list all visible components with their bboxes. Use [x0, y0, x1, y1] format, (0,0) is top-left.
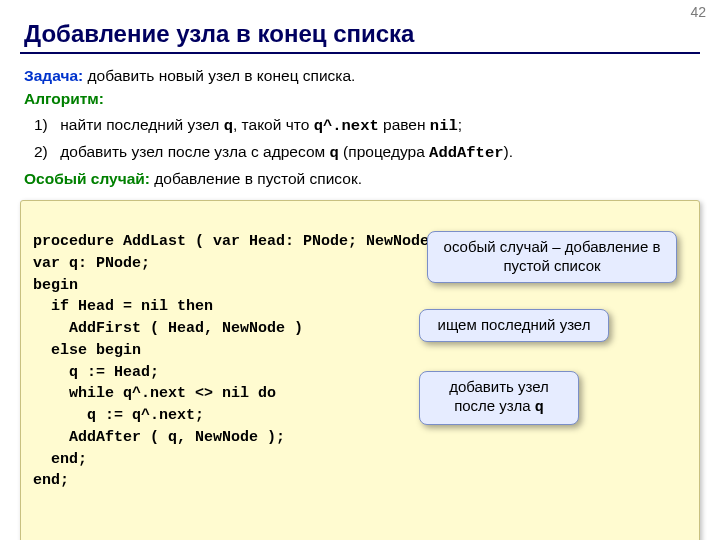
code-l09: q := q^.next; [33, 407, 204, 424]
special-text: добавление в пустой список. [150, 170, 362, 187]
code-l12: end; [33, 472, 69, 489]
step2-q: q [330, 144, 339, 162]
step1-nil: nil [430, 117, 458, 135]
task-label: Задача: [24, 67, 83, 84]
task-text: добавить новый узел в конец списка. [83, 67, 355, 84]
algo-label: Алгоритм: [24, 87, 696, 110]
step1-a: найти последний узел [60, 116, 223, 133]
code-l04: if Head = nil then [33, 298, 213, 315]
page-title: Добавление узла в конец списка [24, 20, 720, 48]
step-1: 1) найти последний узел q, такой что q^.… [34, 113, 696, 138]
step-2: 2) добавить узел после узла с адресом q … [34, 140, 696, 165]
callout-c3q: q [535, 399, 544, 416]
step1-q: q [224, 117, 233, 135]
step2-a: добавить узел после узла с адресом [60, 143, 329, 160]
title-rule [20, 52, 700, 54]
page-number: 42 [690, 4, 706, 20]
code-l08: while q^.next <> nil do [33, 385, 276, 402]
special-label: Особый случай: [24, 170, 150, 187]
step1-d: ; [458, 116, 462, 133]
content-body: Задача: добавить новый узел в конец спис… [0, 64, 720, 190]
code-l05: AddFirst ( Head, NewNode ) [33, 320, 303, 337]
special-line: Особый случай: добавление в пустой списо… [24, 167, 696, 190]
step1-b: , такой что [233, 116, 314, 133]
step1-num: 1) [34, 113, 56, 136]
callout-find-last: ищем последний узел [419, 309, 609, 342]
code-l11: end; [33, 451, 87, 468]
step1-expr: q^.next [314, 117, 379, 135]
callout-add-after: добавить узел после узла q [419, 371, 579, 425]
step2-c: ). [504, 143, 513, 160]
code-l03: begin [33, 277, 78, 294]
callout-special-case: особый случай – добавление в пустой спис… [427, 231, 677, 283]
code-l02: var q: PNode; [33, 255, 150, 272]
code-l06: else begin [33, 342, 141, 359]
code-l07: q := Head; [33, 364, 159, 381]
step2-b: (процедура [339, 143, 429, 160]
task-line: Задача: добавить новый узел в конец спис… [24, 64, 696, 87]
step2-proc: AddAfter [429, 144, 503, 162]
step1-c: равен [379, 116, 430, 133]
code-block: procedure AddLast ( var Head: PNode; New… [20, 200, 700, 540]
step2-num: 2) [34, 140, 56, 163]
code-l10: AddAfter ( q, NewNode ); [33, 429, 285, 446]
